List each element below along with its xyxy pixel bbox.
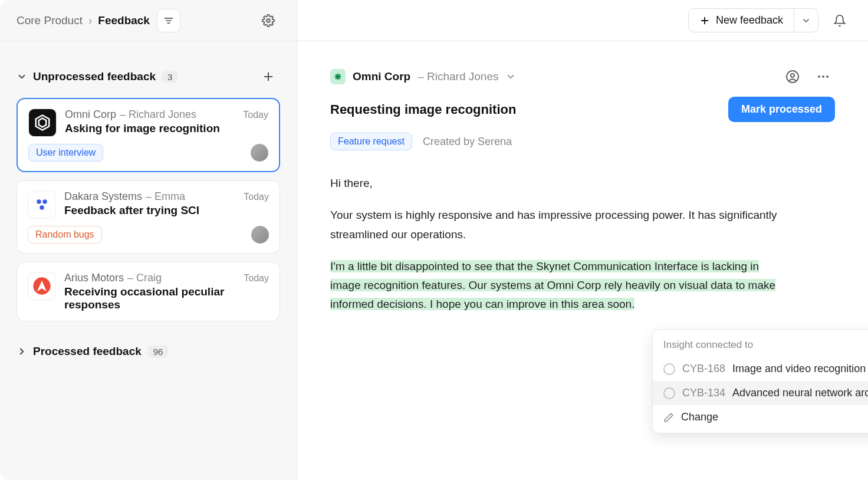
feedback-card[interactable]: Dakara Systems – Emma Today Feedback aft…	[17, 180, 280, 254]
issue-title: Advanced neural network architecture	[732, 387, 868, 399]
svg-point-19	[791, 74, 794, 77]
body-paragraph: Your system is highly responsive and has…	[330, 206, 778, 244]
user-circle-icon	[785, 70, 800, 84]
mark-processed-button[interactable]: Mark processed	[728, 97, 835, 122]
filter-button[interactable]	[157, 9, 180, 32]
detail-person: – Richard Jones	[417, 70, 498, 83]
gear-icon	[262, 14, 275, 27]
card-person: – Emma	[146, 190, 185, 203]
card-date: Today	[244, 192, 269, 202]
svg-point-20	[818, 75, 820, 78]
issue-id: CYB-168	[682, 363, 725, 375]
card-person: – Craig	[127, 272, 162, 284]
new-feedback-dropdown[interactable]	[794, 8, 818, 32]
breadcrumb: Core Product › Feedback	[17, 14, 150, 27]
chevron-down-icon	[17, 71, 27, 82]
card-company: Dakara Systems	[64, 190, 142, 203]
assignee-avatar[interactable]	[251, 226, 269, 244]
detail-title: Requesting image recognition	[330, 102, 716, 117]
card-tag[interactable]: User interview	[28, 144, 103, 162]
radio-icon	[663, 387, 675, 399]
section-title: Processed feedback	[33, 345, 142, 358]
issue-title: Image and video recognition	[732, 363, 866, 375]
change-label: Change	[681, 411, 718, 423]
svg-marker-7	[39, 119, 47, 127]
chevron-down-icon	[801, 16, 811, 25]
svg-point-3	[267, 19, 270, 22]
section-unprocessed-header[interactable]: Unprocessed feedback 3	[17, 65, 280, 88]
issue-id: CYB-134	[682, 387, 725, 399]
card-title: Feedback after trying SCI	[64, 204, 269, 217]
insight-popover: Insight connected to CYB-168 Image and v…	[652, 329, 868, 433]
breadcrumb-parent[interactable]: Core Product	[17, 14, 83, 27]
new-feedback-label: New feedback	[716, 14, 783, 27]
more-horizontal-icon	[816, 70, 830, 84]
company-logo-omni-mini	[330, 69, 346, 84]
plus-icon	[262, 70, 275, 83]
body-paragraph-highlighted[interactable]: I'm a little bit disappointed to see tha…	[330, 257, 778, 314]
radio-icon	[663, 363, 675, 375]
bell-icon	[833, 14, 846, 27]
card-title: Asking for image recognition	[65, 122, 268, 135]
unprocessed-count-badge: 3	[162, 71, 178, 83]
pencil-icon	[663, 412, 674, 423]
created-by: Created by Serena	[423, 136, 512, 148]
svg-point-21	[822, 75, 824, 78]
section-title: Unprocessed feedback	[33, 70, 156, 83]
plus-icon	[699, 15, 710, 26]
svg-point-9	[42, 199, 47, 204]
card-date: Today	[243, 110, 268, 120]
card-tag[interactable]: Random bugs	[28, 226, 102, 244]
insight-option[interactable]: CYB-168 Image and video recognition	[653, 357, 868, 381]
feedback-card[interactable]: Arius Motors – Craig Today Receiving occ…	[17, 262, 280, 321]
settings-button[interactable]	[257, 9, 280, 32]
insight-option[interactable]: CYB-134 Advanced neural network architec…	[653, 381, 868, 405]
add-feedback-button[interactable]	[257, 65, 280, 88]
new-feedback-button[interactable]: New feedback	[688, 8, 794, 32]
notifications-button[interactable]	[828, 9, 851, 32]
company-logo-dakara	[28, 190, 56, 219]
feedback-card[interactable]: Omni Corp – Richard Jones Today Asking f…	[17, 98, 280, 172]
svg-point-8	[37, 199, 41, 204]
processed-count-badge: 96	[147, 346, 169, 358]
svg-point-10	[40, 205, 44, 210]
card-title: Receiving occasional peculiar responses	[64, 285, 269, 311]
more-button[interactable]	[811, 65, 835, 88]
company-logo-omni	[28, 109, 57, 137]
card-date: Today	[244, 273, 269, 284]
chevron-down-icon[interactable]	[505, 71, 516, 82]
detail-company[interactable]: Omni Corp	[353, 70, 410, 83]
section-processed-header[interactable]: Processed feedback 96	[17, 345, 280, 358]
chevron-right-icon	[17, 346, 27, 357]
card-company: Omni Corp	[65, 109, 116, 121]
chevron-right-icon: ›	[88, 14, 92, 27]
svg-point-22	[826, 75, 828, 78]
insight-change[interactable]: Change	[653, 405, 868, 429]
card-person: – Richard Jones	[120, 109, 196, 121]
popover-title: Insight connected to	[653, 338, 868, 357]
profile-button[interactable]	[781, 65, 804, 88]
detail-tag[interactable]: Feature request	[330, 133, 412, 150]
body-paragraph: Hi there,	[330, 174, 778, 193]
filter-icon	[163, 15, 175, 27]
card-company: Arius Motors	[64, 272, 124, 284]
breadcrumb-current: Feedback	[98, 14, 150, 27]
company-logo-arius	[28, 272, 56, 300]
assignee-avatar[interactable]	[251, 144, 268, 162]
